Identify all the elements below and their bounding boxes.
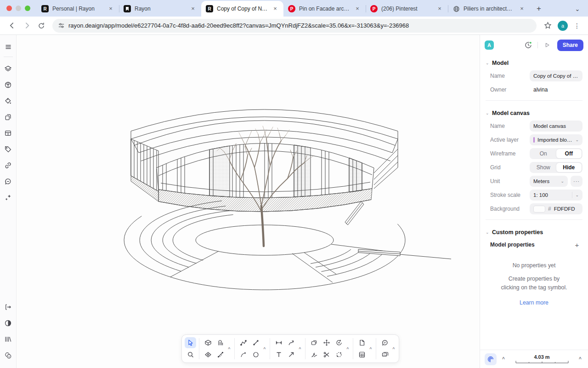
chevron-up-icon[interactable]: ^ [577,356,583,362]
face-tool-button[interactable] [202,349,214,360]
arc-tool-button[interactable] [237,349,249,360]
unit-more-options-icon[interactable]: ··· [571,176,582,187]
minimize-window-button[interactable] [16,6,21,11]
menu-icon[interactable] [2,41,14,53]
chevron-up-icon[interactable]: ^ [345,346,350,351]
custom-properties-header[interactable]: ⌄ Custom properties [486,225,582,238]
tab-search-chevron-icon[interactable]: ⌄ [571,3,583,15]
measure-tool-button[interactable] [215,349,226,360]
close-icon[interactable]: × [436,5,443,12]
grid-hide-option[interactable]: Hide [556,163,582,172]
zoom-tool-button[interactable] [185,349,196,360]
bookmark-star-icon[interactable] [541,19,554,32]
chevron-up-icon[interactable]: ^ [500,356,507,362]
empty-title: No properties yet [500,261,569,270]
scissors-tool-button[interactable] [321,349,332,360]
box-tool-button[interactable] [202,337,214,348]
chevron-up-icon[interactable]: ^ [262,346,267,351]
page-tool-button[interactable] [356,337,368,348]
contrast-theme-icon[interactable] [2,317,14,329]
grid-toggle: Show Hide [530,162,582,173]
leader-tool-button[interactable] [285,337,297,348]
model-section-header[interactable]: ⌄ Model [486,56,582,69]
table-icon[interactable] [2,127,14,139]
model-name-field[interactable]: Copy of Copy of New M... [530,70,582,81]
stroke-scale-select[interactable]: 1: 100 ⌄ [530,190,582,201]
library-icon[interactable] [2,334,14,345]
active-layer-select[interactable]: Imported blocks ⌄ [530,134,582,145]
image-tool-button[interactable] [379,349,390,360]
model-canvas[interactable]: ^ [17,35,480,368]
circle-tool-button[interactable] [250,349,261,360]
grid-show-option[interactable]: Show [531,163,556,172]
chevron-up-icon[interactable]: ^ [298,346,302,351]
background-color-swatch[interactable] [533,206,545,213]
model-canvas-section-header[interactable]: ⌄ Model canvas [486,106,582,119]
ai-sparkles-icon[interactable] [2,192,14,204]
orbit-3d-icon[interactable] [2,79,14,91]
share-button[interactable]: Share [557,40,583,51]
tab-piliers[interactable]: Piliers in architectural p... × [448,1,530,17]
browser-profile-avatar[interactable]: a [558,21,568,31]
line-tool-button[interactable] [250,337,261,348]
chevron-up-icon[interactable]: ^ [227,346,232,351]
tab-copy-of-copy-active[interactable]: R Copy of Copy of New M... × [201,1,283,17]
tag-icon[interactable] [2,144,14,155]
tab-pinterest[interactable]: P (206) Pinterest × [366,1,448,17]
copy-pages-icon[interactable] [2,111,14,123]
tab-pin-facade[interactable]: P Pin on Facade architect... × [283,1,366,17]
add-property-icon[interactable]: + [572,240,582,249]
duplicate-tool-button[interactable] [308,337,320,348]
site-info-icon[interactable] [58,22,65,29]
back-icon[interactable] [6,19,18,32]
reload-icon[interactable] [35,19,48,32]
polyline-tool-button[interactable] [237,337,249,348]
array-tool-button[interactable] [333,349,345,360]
export-icon[interactable] [2,301,14,313]
close-icon[interactable]: × [354,5,361,12]
dimension-tool-button[interactable] [273,337,284,348]
chevron-down-icon: ⌄ [486,111,489,115]
learn-more-link[interactable]: Learn more [500,299,569,307]
unit-select[interactable]: Meters ⌄ [530,176,568,187]
rotate-tool-button[interactable] [333,337,345,348]
trim-tool-button[interactable] [308,349,320,360]
name-label: Name [490,73,528,79]
new-tab-button[interactable]: + [533,3,545,15]
canvas-name-field[interactable]: Model canvas [530,121,582,132]
close-icon[interactable]: × [189,5,197,12]
chevron-up-icon[interactable]: ^ [391,346,396,351]
select-tool-button[interactable] [185,337,196,348]
text-tool-button[interactable] [273,349,284,360]
assets-icon[interactable] [2,350,14,362]
layers-icon[interactable] [2,63,14,75]
close-icon[interactable]: × [518,5,526,12]
close-icon[interactable]: × [271,5,279,12]
owner-label: Owner [490,86,528,93]
wireframe-off-option[interactable]: Off [556,149,582,158]
history-icon[interactable] [523,40,534,51]
tab-rayon[interactable]: Rayon × [119,1,201,17]
arrow-tool-button[interactable] [285,349,297,360]
maximize-window-button[interactable] [25,6,30,11]
close-window-button[interactable] [6,6,12,11]
forward-icon[interactable] [20,19,33,32]
browser-menu-icon[interactable]: ⋮ [571,22,582,29]
wireframe-on-option[interactable]: On [531,149,556,158]
table-block-tool-button[interactable] [356,349,368,360]
close-icon[interactable]: × [107,5,114,12]
chevron-down-icon: ⌄ [560,179,564,184]
background-color-field[interactable]: # FDFDFD [530,203,582,214]
comment-icon[interactable] [2,176,14,188]
view-spiral-icon[interactable] [485,353,497,365]
link-icon[interactable] [2,160,14,172]
play-icon[interactable] [542,40,553,51]
url-bar[interactable]: rayon.deaign/app/model/e6227704-0a7c-4f8… [52,19,537,33]
user-avatar[interactable]: A [485,40,494,50]
move-tool-button[interactable] [321,337,332,348]
chevron-up-icon[interactable]: ^ [368,346,373,351]
comment-tool-button[interactable] [379,337,390,348]
paint-fill-icon[interactable] [2,95,14,107]
tab-personal-rayon[interactable]: R Personal | Rayon × [37,1,119,17]
wall-tool-button[interactable] [215,337,226,348]
